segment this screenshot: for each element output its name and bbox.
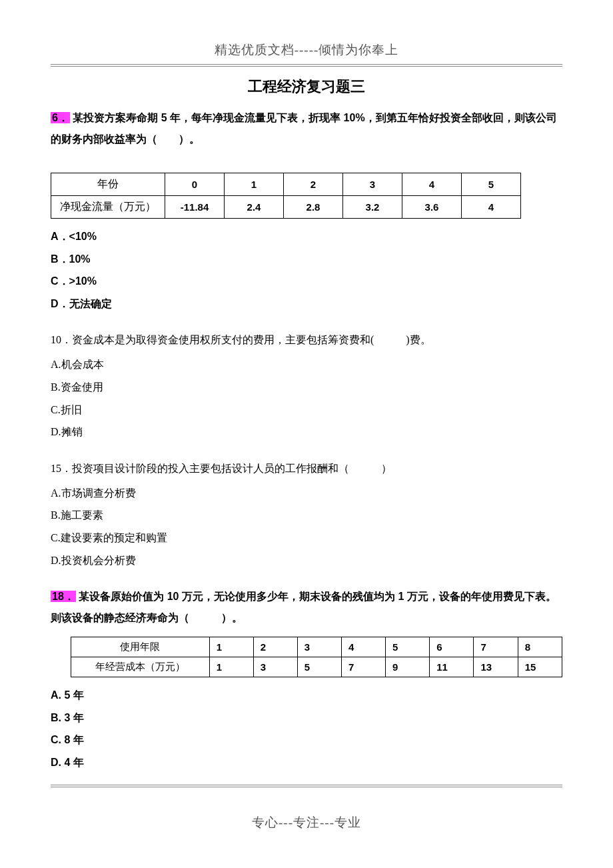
cell: 2 <box>284 173 343 196</box>
q18-option-b: B. 3 年 <box>51 707 562 729</box>
cell: 2.8 <box>284 196 343 219</box>
cell: 2.4 <box>225 196 284 219</box>
cell: 4 <box>341 637 385 657</box>
q15-option-d: D.投资机会分析费 <box>51 549 562 572</box>
cell: 7 <box>474 637 518 657</box>
q6-option-b: B．10% <box>51 248 562 271</box>
cell: 3.2 <box>343 196 402 219</box>
cell: 5 <box>462 173 521 196</box>
q6-number: 6． <box>51 112 70 123</box>
cell: 13 <box>474 657 518 677</box>
cell: 5 <box>386 637 430 657</box>
table-row: 年份 0 1 2 3 4 5 <box>51 173 521 196</box>
cell: 3 <box>253 657 297 677</box>
cell: 1 <box>209 637 253 657</box>
q18-table: 使用年限 1 2 3 4 5 6 7 8 年经营成本（万元） 1 3 5 7 9… <box>71 637 562 677</box>
cell: 3 <box>297 637 341 657</box>
cell: 5 <box>297 657 341 677</box>
page-header: 精选优质文档-----倾情为你奉上 <box>51 41 562 59</box>
q10-option-b: B.资金使用 <box>51 376 562 399</box>
q6-text: 6． 某投资方案寿命期 5 年，每年净现金流量见下表，折现率 10%，到第五年恰… <box>51 107 562 150</box>
cell: 11 <box>430 657 474 677</box>
document-title: 工程经济复习题三 <box>51 77 562 97</box>
footer-rule <box>51 785 562 787</box>
table-row: 使用年限 1 2 3 4 5 6 7 8 <box>71 637 562 657</box>
cell: 8 <box>518 637 562 657</box>
q10-option-c: C.折旧 <box>51 399 562 421</box>
cell: 2 <box>253 637 297 657</box>
cell: 4 <box>402 173 462 196</box>
cell: 年份 <box>51 173 165 196</box>
q18-number: 18． <box>51 591 76 602</box>
q6-option-c: C．>10% <box>51 270 562 293</box>
table-row: 年经营成本（万元） 1 3 5 7 9 11 13 15 <box>71 657 562 677</box>
cell: 3.6 <box>402 196 462 219</box>
cell: 使用年限 <box>71 637 210 657</box>
q10-text: 10．资金成本是为取得资金使用权所支付的费用，主要包括筹资费和( )费。 <box>51 329 562 351</box>
cell: 9 <box>386 657 430 677</box>
q6-option-d: D．无法确定 <box>51 293 562 315</box>
cell: 净现金流量（万元） <box>51 196 165 219</box>
q10-option-a: A.机会成本 <box>51 353 562 376</box>
q15-option-a: A.市场调查分析费 <box>51 482 562 505</box>
q18-text: 18． 某设备原始价值为 10 万元，无论使用多少年，期末设备的残值均为 1 万… <box>51 586 562 629</box>
page-footer: 专心---专注---专业 <box>51 814 562 831</box>
q15-text: 15．投资项目设计阶段的投入主要包括设计人员的工作报酬和（ ） <box>51 458 562 479</box>
cell: 7 <box>341 657 385 677</box>
cell: 1 <box>225 173 284 196</box>
table-row: 净现金流量（万元） -11.84 2.4 2.8 3.2 3.6 4 <box>51 196 521 219</box>
q18-option-a: A. 5 年 <box>51 684 562 707</box>
cell: 6 <box>430 637 474 657</box>
cell: 15 <box>518 657 562 677</box>
cell: 4 <box>462 196 521 219</box>
header-rule <box>51 64 562 65</box>
cell: -11.84 <box>165 196 225 219</box>
q18-option-d: D. 4 年 <box>51 751 562 774</box>
q10-option-d: D.摊销 <box>51 421 562 443</box>
q15-option-c: C.建设要素的预定和购置 <box>51 527 562 549</box>
q6-option-a: A．<10% <box>51 225 562 248</box>
q15-option-b: B.施工要素 <box>51 504 562 527</box>
cell: 年经营成本（万元） <box>71 657 210 677</box>
q18-option-c: C. 8 年 <box>51 729 562 751</box>
cell: 3 <box>343 173 402 196</box>
cell: 0 <box>165 173 225 196</box>
q6-table: 年份 0 1 2 3 4 5 净现金流量（万元） -11.84 2.4 2.8 … <box>51 173 521 219</box>
cell: 1 <box>209 657 253 677</box>
